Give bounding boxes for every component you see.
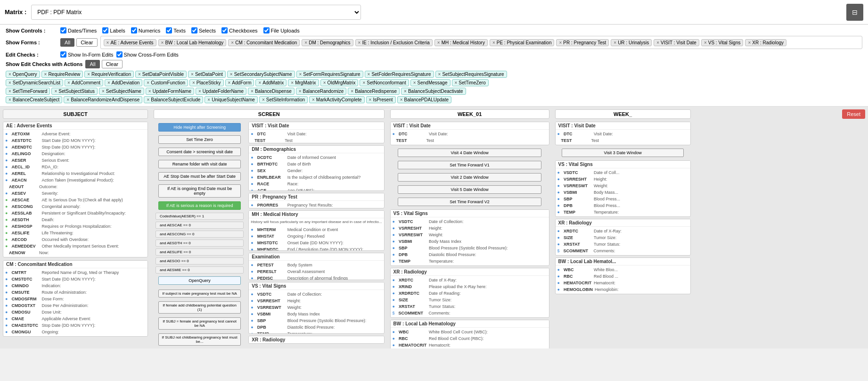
week-next-visit3-btn[interactable]: Visit 3 Date Window [562, 149, 684, 157]
selects-checkbox-label[interactable]: Selects [191, 27, 216, 33]
edit-tag-ispresent[interactable]: × IsPresent [366, 96, 396, 103]
edit-tag-updatefoldername[interactable]: × UpdateFolderName [196, 88, 246, 95]
cross-form-checkbox[interactable] [116, 51, 123, 58]
edit-tag-setsubjectrequiressig[interactable]: × SetSubjectRequiresSignature [435, 71, 507, 78]
edit-tag-addform[interactable]: × AddForm [225, 79, 254, 86]
edit-tag-setsubjectname[interactable]: × SetSubjectName [99, 88, 144, 95]
rename-folder-btn[interactable]: Rename folder with visit date [158, 160, 241, 168]
edit-tag-balancedispense[interactable]: × BalanceDispense [248, 88, 295, 95]
edit-tag-requireverification[interactable]: × RequireVerification [84, 71, 134, 78]
ae-stop-date-btn[interactable]: AE Stop Date must be after Start Date [158, 172, 241, 181]
form-tag-ie[interactable]: × IE : Inclusion / Exclusion Criteria [355, 39, 433, 46]
texts-checkbox[interactable] [166, 27, 172, 33]
checkboxes-checkbox-label[interactable]: Checkboxes [221, 27, 258, 33]
week01-visit4-btn[interactable]: Visit 4 Date Window [398, 149, 541, 157]
edit-tag-settimezero[interactable]: × SetTimeZero [452, 79, 489, 86]
form-tag-pr[interactable]: × PR : Pregnancy Test [556, 39, 609, 46]
edit-tag-setdatapoint[interactable]: × SetDataPoint [188, 71, 226, 78]
edit-tag-setfolderrequiressig[interactable]: × SetFolderRequiresSignature [365, 71, 434, 78]
not-childbearing-btn[interactable]: If SUBJ not childbearing pregnancy test … [158, 333, 241, 346]
ae-ongoing-btn[interactable]: If AE is ongoing End Date must be empty [158, 184, 241, 198]
form-tag-visit[interactable]: × VISIT : Visit Date [654, 39, 699, 46]
reset-button[interactable]: Reset [842, 109, 865, 119]
forms-all-button[interactable]: All [60, 38, 74, 47]
edit-tag-customfunction[interactable]: × CustomFunction [144, 79, 188, 86]
form-tag-visit-close[interactable]: × [656, 40, 659, 45]
edit-tag-adddeviation[interactable]: × AddDeviation [105, 79, 142, 86]
edit-tag-requirereview[interactable]: × RequireReview [41, 71, 83, 78]
form-tag-ur-close[interactable]: × [614, 40, 616, 45]
labels-checkbox-label[interactable]: Labels [102, 27, 125, 33]
form-tag-pe[interactable]: × PE : Physical Examination [490, 39, 555, 46]
form-tag-xr-close[interactable]: × [748, 40, 751, 45]
numerics-checkbox[interactable] [131, 27, 137, 33]
edit-tag-setnonconformant[interactable]: × SetNonconformant [360, 79, 409, 86]
edit-tag-sendmessage[interactable]: × SendMessage [410, 79, 450, 86]
week01-visit5-btn[interactable]: Visit 5 Date Window [398, 185, 541, 194]
form-tag-mh[interactable]: × MH : Medical History [434, 39, 488, 46]
edit-tag-setdatapointvisible[interactable]: × SetDataPointVisible [135, 71, 187, 78]
edit-tag-balancerandomizedispense[interactable]: × BalanceRandomizeAndDispense [64, 96, 142, 103]
edit-tag-markactivitycomplete[interactable]: × MarkActivityComplete [309, 96, 365, 103]
form-tag-vs-close[interactable]: × [704, 40, 707, 45]
file-uploads-checkbox-label[interactable]: File Uploads [263, 27, 300, 33]
dates-checkbox-label[interactable]: Dates/Times [60, 27, 97, 33]
form-tag-mh-close[interactable]: × [437, 40, 440, 45]
edit-tag-setsiteinformation[interactable]: × SetSiteInformation [259, 96, 308, 103]
numerics-checkbox-label[interactable]: Numerics [131, 27, 160, 33]
edit-tag-balanceredispense[interactable]: × BalanceRedispense [348, 88, 400, 95]
file-uploads-checkbox[interactable] [263, 27, 270, 33]
texts-checkbox-label[interactable]: Texts [166, 27, 186, 33]
female-childbearing-btn[interactable]: If female add childbearing potential que… [158, 301, 241, 314]
form-tag-cm[interactable]: × CM : Concomitant Medication [228, 39, 300, 46]
edit-tag-balancepdalupdate[interactable]: × BalancePDALUpdate [397, 96, 451, 103]
form-tag-dm-close[interactable]: × [304, 40, 307, 45]
form-tag-vs[interactable]: × VS : Vital Signs [701, 39, 744, 46]
female-pregnancy-btn[interactable]: If SUBJ = female and pregnancy test cann… [158, 317, 241, 330]
openquery-btn[interactable]: OpenQuery [158, 276, 241, 285]
checkboxes-checkbox[interactable] [221, 27, 228, 33]
week01-stf-v2-btn[interactable]: Set Time Forward V2 [398, 198, 541, 206]
edit-tag-placesticky[interactable]: × PlaceSticky [189, 79, 224, 86]
form-tag-xr[interactable]: × XR : Radiology [745, 39, 786, 46]
edit-checks-clear-button[interactable]: Clear [102, 60, 123, 68]
edit-tag-setsecondarysubject[interactable]: × SetSecondarySubjectName [227, 71, 295, 78]
set-time-zero-btn[interactable]: Set Time Zero [158, 135, 241, 144]
edit-tag-setsubjectstatus[interactable]: × SetSubjectStatus [51, 88, 98, 95]
edit-tag-updateformname[interactable]: × UpdateFormName [146, 88, 194, 95]
selects-checkbox[interactable] [191, 27, 197, 33]
week01-visit2-btn[interactable]: Visit 2 Date Window [398, 173, 541, 182]
edit-tag-addmatrix[interactable]: × AddMatrix [255, 79, 287, 86]
edit-tag-settimeforward[interactable]: × SetTimeForward [6, 88, 50, 95]
form-tag-ie-close[interactable]: × [358, 40, 361, 45]
matrix-select[interactable]: PDF : PDF Matrix [31, 5, 361, 20]
dates-checkbox[interactable] [60, 27, 66, 33]
edit-tag-setdynamicsearch[interactable]: × SetDynamicSearchList [6, 79, 63, 86]
edit-tag-balancecreatesubject[interactable]: × BalanceCreateSubject [6, 96, 62, 103]
form-tag-bw-close[interactable]: × [161, 40, 164, 45]
forms-clear-button[interactable]: Clear [76, 38, 97, 47]
ae-serious-btn[interactable]: If AE is serious a reason is required [158, 201, 241, 210]
edit-tag-addcomment[interactable]: × AddComment [65, 79, 103, 86]
labels-checkbox[interactable] [102, 27, 108, 33]
form-tag-cm-close[interactable]: × [231, 40, 234, 45]
edit-tag-openquery[interactable]: × OpenQuery [6, 71, 40, 78]
edit-tag-oldmrgmatrix[interactable]: × OldMrgMatrix [320, 79, 359, 86]
male-pregnancy-btn[interactable]: If subject is male pregnancy test must b… [158, 290, 241, 298]
form-tag-ae-close[interactable]: × [106, 40, 109, 45]
edit-tag-uniquesubjectname[interactable]: × UniqueSubjectName [205, 96, 258, 103]
edit-tag-mrgmatrix[interactable]: × MrgMatrix [288, 79, 319, 86]
in-form-checkbox-label[interactable]: Show In-Form Edits [60, 51, 114, 58]
in-form-checkbox[interactable] [60, 51, 66, 58]
edit-tag-balancesubjectdeactivate[interactable]: × BalanceSubjectDeactivate [401, 88, 466, 95]
form-tag-ur[interactable]: × UR : Urinalysis [611, 39, 652, 46]
cross-form-checkbox-label[interactable]: Show Cross-Form Edits [116, 51, 179, 58]
consent-date-btn[interactable]: Consent date > screening visit date [158, 148, 241, 156]
edit-checks-all-button[interactable]: All [85, 60, 99, 68]
hide-height-btn[interactable]: Hide Height after Screening [158, 123, 241, 132]
form-tag-dm[interactable]: × DM : Demographics [302, 39, 353, 46]
form-tag-pe-close[interactable]: × [492, 40, 495, 45]
form-tag-pr-close[interactable]: × [559, 40, 562, 45]
edit-tag-setformrequiressig[interactable]: × SetFormRequiresSignature [296, 71, 363, 78]
week01-stf-v1-btn[interactable]: Set Time Forward V1 [398, 161, 541, 169]
